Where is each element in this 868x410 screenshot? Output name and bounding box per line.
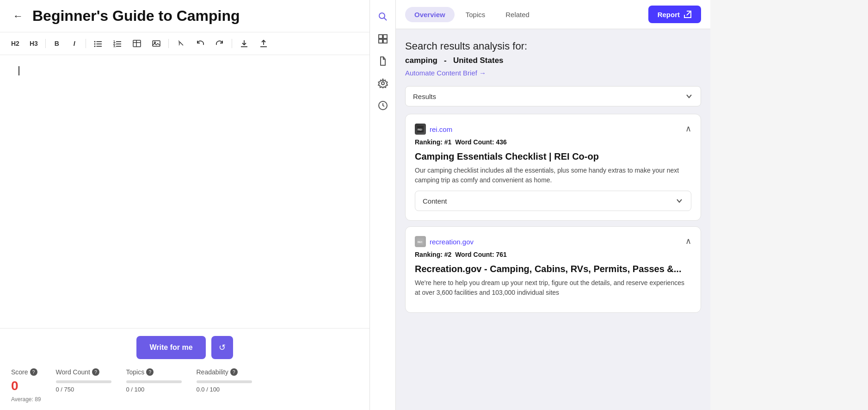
svg-rect-12 xyxy=(133,40,141,47)
italic-button[interactable]: I xyxy=(67,36,82,51)
result-2-ranking: Ranking: #2 Word Count: 761 xyxy=(415,251,691,258)
score-value: 0 xyxy=(11,379,41,393)
readability-label: Readability ? xyxy=(197,368,252,376)
results-dropdown[interactable]: Results xyxy=(405,86,701,106)
svg-line-24 xyxy=(384,18,387,21)
result-1-content-dropdown[interactable]: Content xyxy=(415,191,691,211)
metrics-row: Score ? 0 Average: 89 Word Count ? 0 / 7… xyxy=(11,368,358,403)
tab-topics[interactable]: Topics xyxy=(456,7,495,22)
image-button[interactable] xyxy=(148,36,165,51)
right-body: Search results analysis for: camping - U… xyxy=(396,29,710,410)
topics-value: 0 / 100 xyxy=(126,386,182,393)
analysis-region: United States xyxy=(453,56,504,65)
import-button[interactable] xyxy=(236,36,252,51)
report-button[interactable]: Report xyxy=(648,6,701,23)
result-card-1: REI rei.com ∧ Ranking: #1 Word Count: 43… xyxy=(405,114,701,221)
bold-button[interactable]: B xyxy=(49,36,64,51)
automate-content-brief-link[interactable]: Automate Content Brief → xyxy=(405,69,701,77)
result-1-chevron-icon[interactable]: ∧ xyxy=(685,124,691,134)
recreation-domain-link[interactable]: recreation.gov xyxy=(430,238,474,246)
svg-rect-27 xyxy=(379,39,382,43)
rei-domain-link[interactable]: rei.com xyxy=(430,125,452,133)
right-panel: Overview Topics Related Report Search re… xyxy=(396,0,710,410)
editor-title: Beginner's Guide to Camping xyxy=(32,7,240,25)
sidebar-document-button[interactable] xyxy=(374,52,392,70)
result-1-page-title: Camping Essentials Checklist | REI Co-op xyxy=(415,151,691,162)
score-metric: Score ? 0 Average: 89 xyxy=(11,368,41,403)
result-domain-row-1: REI rei.com xyxy=(415,124,452,135)
svg-point-4 xyxy=(94,46,95,47)
word-count-value: 0 / 750 xyxy=(56,386,111,393)
topics-help-icon[interactable]: ? xyxy=(146,368,154,376)
sidebar-search-button[interactable] xyxy=(374,7,392,26)
editor-body[interactable] xyxy=(0,55,369,328)
svg-line-31 xyxy=(687,11,691,15)
svg-text:REI: REI xyxy=(418,128,422,131)
svg-rect-25 xyxy=(379,35,382,38)
editor-panel: ← Beginner's Guide to Camping H2 H3 B I … xyxy=(0,0,370,410)
analysis-title: Search results analysis for: xyxy=(405,40,701,52)
editor-header: ← Beginner's Guide to Camping xyxy=(0,0,369,32)
h2-button[interactable]: H2 xyxy=(7,36,23,51)
readability-bar xyxy=(197,380,252,383)
redo-button[interactable] xyxy=(211,36,228,51)
sidebar-grid-button[interactable] xyxy=(374,30,392,48)
topics-bar xyxy=(126,380,182,383)
sidebar-clock-button[interactable] xyxy=(374,96,392,115)
table-button[interactable] xyxy=(129,36,145,51)
result-2-page-title: Recreation.gov - Camping, Cabins, RVs, P… xyxy=(415,264,691,274)
editor-footer: Write for me ↺ Score ? 0 Average: 89 Wor… xyxy=(0,328,369,410)
sidebar-icons xyxy=(370,0,396,410)
svg-rect-28 xyxy=(383,39,387,43)
clear-format-button[interactable]: T xyxy=(172,36,189,51)
word-count-metric: Word Count ? 0 / 750 xyxy=(56,368,111,393)
word-count-help-icon[interactable]: ? xyxy=(92,368,99,376)
toolbar-divider-3 xyxy=(168,39,169,48)
text-cursor xyxy=(18,66,19,75)
export-button[interactable] xyxy=(255,36,272,51)
result-1-ranking: Ranking: #1 Word Count: 436 xyxy=(415,138,691,146)
result-card-1-header: REI rei.com ∧ xyxy=(415,124,691,135)
toolbar: H2 H3 B I 1. 2. 3. xyxy=(0,32,369,55)
back-button[interactable]: ← xyxy=(11,10,25,22)
recreation-favicon: REC xyxy=(415,236,426,247)
toolbar-divider-1 xyxy=(45,39,46,48)
refresh-button[interactable]: ↺ xyxy=(211,336,233,359)
svg-point-0 xyxy=(94,41,95,43)
readability-metric: Readability ? 0.0 / 100 xyxy=(197,368,252,393)
result-card-2: REC recreation.gov ∧ Ranking: #2 Word Co… xyxy=(405,226,701,313)
sidebar-settings-button[interactable] xyxy=(374,74,392,93)
result-2-description: We're here to help you dream up your nex… xyxy=(415,278,691,298)
result-1-description: Our camping checklist includes all the e… xyxy=(415,166,691,185)
bullet-list-button[interactable] xyxy=(90,36,106,51)
analysis-subtitle: camping - United States xyxy=(405,56,701,65)
word-count-label: Word Count ? xyxy=(56,368,111,376)
tab-related[interactable]: Related xyxy=(496,7,539,22)
tab-overview[interactable]: Overview xyxy=(405,7,455,22)
analysis-separator: - xyxy=(444,56,447,65)
h3-button[interactable]: H3 xyxy=(26,36,42,51)
svg-text:T: T xyxy=(178,42,181,46)
topics-label: Topics ? xyxy=(126,368,182,376)
svg-point-29 xyxy=(382,82,384,85)
svg-text:REC: REC xyxy=(418,241,423,243)
svg-point-23 xyxy=(379,13,385,19)
svg-point-2 xyxy=(94,43,95,45)
result-card-2-header: REC recreation.gov ∧ xyxy=(415,236,691,247)
toolbar-divider-2 xyxy=(86,39,86,48)
readability-help-icon[interactable]: ? xyxy=(230,368,238,376)
toolbar-divider-4 xyxy=(232,39,232,48)
right-header: Overview Topics Related Report xyxy=(396,0,710,29)
svg-rect-26 xyxy=(383,35,387,38)
result-2-chevron-icon[interactable]: ∧ xyxy=(685,236,691,246)
topics-metric: Topics ? 0 / 100 xyxy=(126,368,182,393)
undo-button[interactable] xyxy=(192,36,209,51)
word-count-bar xyxy=(56,380,111,383)
numbered-list-button[interactable]: 1. 2. 3. xyxy=(109,36,126,51)
svg-text:3.: 3. xyxy=(113,44,116,48)
write-for-me-button[interactable]: Write for me xyxy=(136,336,205,359)
score-label: Score ? xyxy=(11,368,41,376)
svg-rect-15 xyxy=(153,41,160,46)
score-help-icon[interactable]: ? xyxy=(30,368,37,376)
analysis-keyword: camping xyxy=(405,56,437,65)
